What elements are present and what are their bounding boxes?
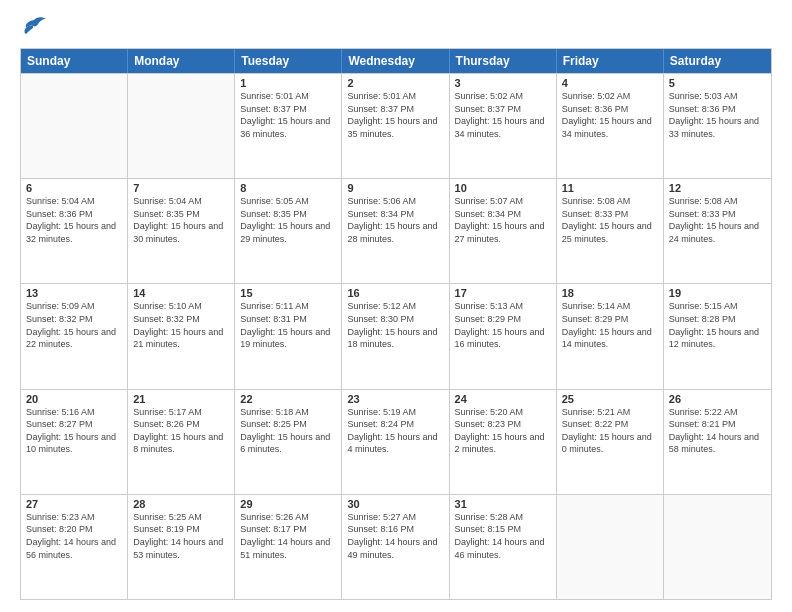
- logo-icon: [20, 16, 48, 38]
- day-number: 24: [455, 393, 551, 405]
- calendar-week-2: 6Sunrise: 5:04 AM Sunset: 8:36 PM Daylig…: [21, 178, 771, 283]
- day-info: Sunrise: 5:03 AM Sunset: 8:36 PM Dayligh…: [669, 90, 766, 140]
- calendar-cell: 27Sunrise: 5:23 AM Sunset: 8:20 PM Dayli…: [21, 495, 128, 599]
- header-day-saturday: Saturday: [664, 49, 771, 73]
- day-number: 29: [240, 498, 336, 510]
- calendar-week-4: 20Sunrise: 5:16 AM Sunset: 8:27 PM Dayli…: [21, 389, 771, 494]
- day-number: 22: [240, 393, 336, 405]
- day-info: Sunrise: 5:17 AM Sunset: 8:26 PM Dayligh…: [133, 406, 229, 456]
- day-info: Sunrise: 5:22 AM Sunset: 8:21 PM Dayligh…: [669, 406, 766, 456]
- header-day-friday: Friday: [557, 49, 664, 73]
- day-info: Sunrise: 5:20 AM Sunset: 8:23 PM Dayligh…: [455, 406, 551, 456]
- calendar-cell: [21, 74, 128, 178]
- day-number: 16: [347, 287, 443, 299]
- day-info: Sunrise: 5:18 AM Sunset: 8:25 PM Dayligh…: [240, 406, 336, 456]
- day-number: 18: [562, 287, 658, 299]
- day-number: 26: [669, 393, 766, 405]
- day-info: Sunrise: 5:08 AM Sunset: 8:33 PM Dayligh…: [669, 195, 766, 245]
- day-info: Sunrise: 5:04 AM Sunset: 8:36 PM Dayligh…: [26, 195, 122, 245]
- day-number: 12: [669, 182, 766, 194]
- day-number: 5: [669, 77, 766, 89]
- calendar-cell: [557, 495, 664, 599]
- calendar-cell: 18Sunrise: 5:14 AM Sunset: 8:29 PM Dayli…: [557, 284, 664, 388]
- header-day-wednesday: Wednesday: [342, 49, 449, 73]
- calendar-cell: 8Sunrise: 5:05 AM Sunset: 8:35 PM Daylig…: [235, 179, 342, 283]
- day-number: 2: [347, 77, 443, 89]
- day-info: Sunrise: 5:16 AM Sunset: 8:27 PM Dayligh…: [26, 406, 122, 456]
- day-info: Sunrise: 5:23 AM Sunset: 8:20 PM Dayligh…: [26, 511, 122, 561]
- calendar-cell: 4Sunrise: 5:02 AM Sunset: 8:36 PM Daylig…: [557, 74, 664, 178]
- calendar-cell: 19Sunrise: 5:15 AM Sunset: 8:28 PM Dayli…: [664, 284, 771, 388]
- logo: [20, 16, 52, 38]
- calendar-cell: 11Sunrise: 5:08 AM Sunset: 8:33 PM Dayli…: [557, 179, 664, 283]
- page: SundayMondayTuesdayWednesdayThursdayFrid…: [0, 0, 792, 612]
- calendar-cell: 15Sunrise: 5:11 AM Sunset: 8:31 PM Dayli…: [235, 284, 342, 388]
- day-number: 27: [26, 498, 122, 510]
- calendar-body: 1Sunrise: 5:01 AM Sunset: 8:37 PM Daylig…: [21, 73, 771, 599]
- calendar: SundayMondayTuesdayWednesdayThursdayFrid…: [20, 48, 772, 600]
- day-number: 4: [562, 77, 658, 89]
- header-day-thursday: Thursday: [450, 49, 557, 73]
- calendar-cell: 24Sunrise: 5:20 AM Sunset: 8:23 PM Dayli…: [450, 390, 557, 494]
- day-number: 14: [133, 287, 229, 299]
- calendar-cell: 20Sunrise: 5:16 AM Sunset: 8:27 PM Dayli…: [21, 390, 128, 494]
- day-number: 30: [347, 498, 443, 510]
- day-info: Sunrise: 5:13 AM Sunset: 8:29 PM Dayligh…: [455, 300, 551, 350]
- calendar-cell: 25Sunrise: 5:21 AM Sunset: 8:22 PM Dayli…: [557, 390, 664, 494]
- day-info: Sunrise: 5:14 AM Sunset: 8:29 PM Dayligh…: [562, 300, 658, 350]
- day-number: 17: [455, 287, 551, 299]
- day-info: Sunrise: 5:21 AM Sunset: 8:22 PM Dayligh…: [562, 406, 658, 456]
- day-number: 13: [26, 287, 122, 299]
- calendar-cell: 31Sunrise: 5:28 AM Sunset: 8:15 PM Dayli…: [450, 495, 557, 599]
- calendar-week-3: 13Sunrise: 5:09 AM Sunset: 8:32 PM Dayli…: [21, 283, 771, 388]
- calendar-cell: 21Sunrise: 5:17 AM Sunset: 8:26 PM Dayli…: [128, 390, 235, 494]
- day-info: Sunrise: 5:05 AM Sunset: 8:35 PM Dayligh…: [240, 195, 336, 245]
- calendar-week-5: 27Sunrise: 5:23 AM Sunset: 8:20 PM Dayli…: [21, 494, 771, 599]
- calendar-cell: 17Sunrise: 5:13 AM Sunset: 8:29 PM Dayli…: [450, 284, 557, 388]
- day-info: Sunrise: 5:02 AM Sunset: 8:37 PM Dayligh…: [455, 90, 551, 140]
- day-number: 11: [562, 182, 658, 194]
- day-number: 3: [455, 77, 551, 89]
- day-info: Sunrise: 5:02 AM Sunset: 8:36 PM Dayligh…: [562, 90, 658, 140]
- calendar-cell: [664, 495, 771, 599]
- calendar-week-1: 1Sunrise: 5:01 AM Sunset: 8:37 PM Daylig…: [21, 73, 771, 178]
- day-info: Sunrise: 5:06 AM Sunset: 8:34 PM Dayligh…: [347, 195, 443, 245]
- calendar-cell: 5Sunrise: 5:03 AM Sunset: 8:36 PM Daylig…: [664, 74, 771, 178]
- day-info: Sunrise: 5:26 AM Sunset: 8:17 PM Dayligh…: [240, 511, 336, 561]
- calendar-cell: 12Sunrise: 5:08 AM Sunset: 8:33 PM Dayli…: [664, 179, 771, 283]
- calendar-cell: 14Sunrise: 5:10 AM Sunset: 8:32 PM Dayli…: [128, 284, 235, 388]
- day-info: Sunrise: 5:07 AM Sunset: 8:34 PM Dayligh…: [455, 195, 551, 245]
- day-info: Sunrise: 5:04 AM Sunset: 8:35 PM Dayligh…: [133, 195, 229, 245]
- calendar-cell: 7Sunrise: 5:04 AM Sunset: 8:35 PM Daylig…: [128, 179, 235, 283]
- day-info: Sunrise: 5:10 AM Sunset: 8:32 PM Dayligh…: [133, 300, 229, 350]
- calendar-cell: 26Sunrise: 5:22 AM Sunset: 8:21 PM Dayli…: [664, 390, 771, 494]
- day-info: Sunrise: 5:08 AM Sunset: 8:33 PM Dayligh…: [562, 195, 658, 245]
- day-number: 8: [240, 182, 336, 194]
- day-info: Sunrise: 5:11 AM Sunset: 8:31 PM Dayligh…: [240, 300, 336, 350]
- day-info: Sunrise: 5:12 AM Sunset: 8:30 PM Dayligh…: [347, 300, 443, 350]
- day-number: 6: [26, 182, 122, 194]
- calendar-cell: 13Sunrise: 5:09 AM Sunset: 8:32 PM Dayli…: [21, 284, 128, 388]
- day-number: 23: [347, 393, 443, 405]
- day-number: 21: [133, 393, 229, 405]
- calendar-cell: 22Sunrise: 5:18 AM Sunset: 8:25 PM Dayli…: [235, 390, 342, 494]
- day-number: 28: [133, 498, 229, 510]
- calendar-cell: 9Sunrise: 5:06 AM Sunset: 8:34 PM Daylig…: [342, 179, 449, 283]
- calendar-cell: 3Sunrise: 5:02 AM Sunset: 8:37 PM Daylig…: [450, 74, 557, 178]
- header-day-tuesday: Tuesday: [235, 49, 342, 73]
- day-number: 9: [347, 182, 443, 194]
- calendar-cell: 30Sunrise: 5:27 AM Sunset: 8:16 PM Dayli…: [342, 495, 449, 599]
- calendar-cell: 28Sunrise: 5:25 AM Sunset: 8:19 PM Dayli…: [128, 495, 235, 599]
- day-number: 1: [240, 77, 336, 89]
- day-info: Sunrise: 5:27 AM Sunset: 8:16 PM Dayligh…: [347, 511, 443, 561]
- calendar-header: SundayMondayTuesdayWednesdayThursdayFrid…: [21, 49, 771, 73]
- day-number: 15: [240, 287, 336, 299]
- calendar-cell: 16Sunrise: 5:12 AM Sunset: 8:30 PM Dayli…: [342, 284, 449, 388]
- day-number: 20: [26, 393, 122, 405]
- day-info: Sunrise: 5:01 AM Sunset: 8:37 PM Dayligh…: [347, 90, 443, 140]
- calendar-cell: 23Sunrise: 5:19 AM Sunset: 8:24 PM Dayli…: [342, 390, 449, 494]
- calendar-cell: 10Sunrise: 5:07 AM Sunset: 8:34 PM Dayli…: [450, 179, 557, 283]
- day-number: 19: [669, 287, 766, 299]
- day-number: 25: [562, 393, 658, 405]
- calendar-cell: 2Sunrise: 5:01 AM Sunset: 8:37 PM Daylig…: [342, 74, 449, 178]
